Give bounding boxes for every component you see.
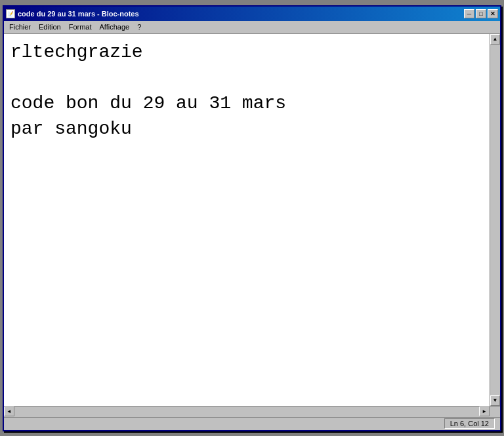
- scroll-down-button[interactable]: ▼: [490, 395, 500, 406]
- bottom-area: ◄ ►: [4, 406, 500, 417]
- menu-edition[interactable]: Edition: [35, 22, 65, 32]
- editor-container: rltechgrazie code bon du 29 au 31 mars p…: [4, 34, 500, 406]
- title-bar-left: 📝 code du 29 au 31 mars - Bloc-notes: [6, 9, 139, 18]
- title-bar-buttons: ─ □ ✕: [464, 9, 498, 18]
- scroll-up-button[interactable]: ▲: [490, 34, 500, 45]
- horizontal-scrollbar: ◄ ►: [4, 406, 490, 417]
- scroll-left-button[interactable]: ◄: [4, 406, 14, 416]
- text-editor[interactable]: rltechgrazie code bon du 29 au 31 mars p…: [4, 34, 490, 406]
- title-bar: 📝 code du 29 au 31 mars - Bloc-notes ─ □…: [4, 7, 500, 21]
- menu-fichier[interactable]: Fichier: [5, 22, 35, 32]
- status-bar: Ln 6, Col 12: [4, 417, 500, 430]
- menu-help[interactable]: ?: [133, 22, 145, 32]
- app-icon: 📝: [6, 9, 15, 18]
- vertical-scrollbar: ▲ ▼: [490, 34, 500, 406]
- close-button[interactable]: ✕: [488, 9, 498, 18]
- minimize-button[interactable]: ─: [464, 9, 474, 18]
- menu-format[interactable]: Format: [65, 22, 96, 32]
- notepad-icon: 📝: [6, 9, 15, 18]
- maximize-button[interactable]: □: [476, 9, 486, 18]
- cursor-position: Ln 6, Col 12: [444, 418, 495, 429]
- menu-affichage[interactable]: Affichage: [96, 22, 134, 32]
- window-title: code du 29 au 31 mars - Bloc-notes: [18, 10, 139, 18]
- scroll-right-button[interactable]: ►: [479, 406, 490, 416]
- scroll-track-v[interactable]: [490, 45, 500, 395]
- notepad-window: 📝 code du 29 au 31 mars - Bloc-notes ─ □…: [3, 5, 501, 431]
- menu-bar: Fichier Edition Format Affichage ?: [4, 21, 500, 34]
- scroll-corner: [490, 406, 500, 417]
